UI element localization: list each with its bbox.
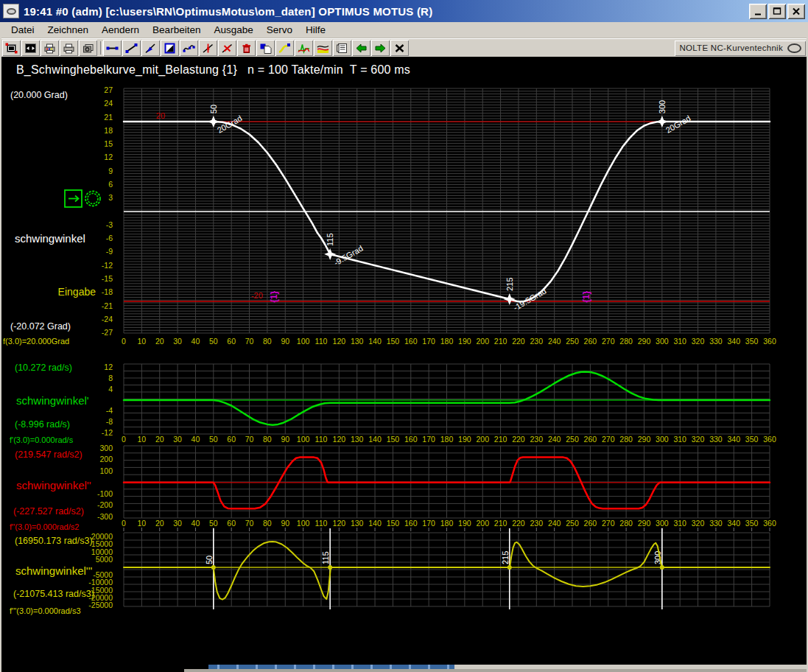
zoom-fit-button[interactable]: [21, 40, 40, 56]
svg-text:210: 210: [494, 519, 507, 528]
svg-text:100: 100: [297, 519, 310, 528]
svg-text:30: 30: [173, 435, 182, 444]
insert-point-button[interactable]: [199, 40, 217, 56]
titlebar[interactable]: 19:41 #0 (adm) [c:\users\RN\OptimusMotus…: [0, 0, 808, 22]
svg-text:110: 110: [315, 337, 328, 346]
tangent-tool-button[interactable]: [141, 40, 160, 56]
svg-text:360: 360: [763, 337, 776, 346]
background-window-border: [184, 669, 808, 672]
print-button[interactable]: [60, 40, 78, 56]
svg-text:4: 4: [108, 385, 113, 393]
minimize-button[interactable]: [749, 4, 767, 19]
menu-item-datei[interactable]: Datei: [4, 23, 41, 37]
menu-item-ausgabe[interactable]: Ausgabe: [207, 23, 259, 37]
maximize-button[interactable]: [768, 4, 786, 19]
svg-text:60: 60: [227, 519, 236, 528]
print-color-button[interactable]: [41, 40, 59, 56]
svg-text:190: 190: [458, 435, 471, 444]
svg-text:-200: -200: [97, 500, 113, 509]
svg-text:115: 115: [326, 233, 334, 246]
svg-text:280: 280: [619, 519, 633, 528]
svg-text:310: 310: [673, 435, 686, 444]
menu-bar: DateiZeichnenAendernBearbeitenAusgabeSer…: [0, 22, 808, 38]
svg-text:320: 320: [692, 519, 705, 528]
svg-text:60: 60: [227, 435, 236, 444]
svg-text:200: 200: [99, 455, 113, 463]
svg-text:21: 21: [104, 113, 113, 122]
svg-text:5000: 5000: [96, 555, 113, 564]
copy-segment-button[interactable]: [256, 40, 275, 56]
svg-text:-6: -6: [106, 234, 113, 242]
plots-svg[interactable]: 20-205020Grad115-9.5Grad215-19.5Grad3002…: [0, 57, 808, 672]
svg-text:310: 310: [673, 337, 686, 346]
svg-text:270: 270: [602, 519, 615, 528]
print-color-icon: [43, 43, 56, 54]
svg-text:200: 200: [476, 519, 489, 528]
close-button[interactable]: [787, 4, 805, 19]
svg-text:360: 360: [763, 435, 776, 444]
plot4-group: 501152153002000015000100005000-5000-1000…: [88, 528, 770, 609]
svg-text:50: 50: [209, 519, 218, 528]
svg-text:170: 170: [422, 337, 435, 346]
svg-text:50: 50: [209, 435, 218, 444]
close-diagram-button[interactable]: [390, 40, 409, 56]
delete-segment-icon: [240, 43, 253, 54]
plot-output-button[interactable]: [79, 40, 97, 56]
view-window-button[interactable]: [2, 40, 21, 56]
svg-text:70: 70: [245, 337, 254, 346]
svg-text:300: 300: [656, 435, 669, 444]
line-horizontal-button[interactable]: [103, 40, 122, 56]
svg-text:260: 260: [584, 337, 597, 346]
edit-curve-button[interactable]: [275, 40, 294, 56]
delete-segment-button[interactable]: [237, 40, 256, 56]
svg-text:190: 190: [458, 519, 471, 528]
plot1-group: 20-205020Grad115-9.5Grad215-19.5Grad3002…: [102, 85, 776, 346]
line-horizontal-icon: [106, 43, 119, 54]
svg-text:-9: -9: [106, 247, 113, 256]
svg-text:6: 6: [108, 180, 113, 189]
menu-item-hilfe[interactable]: Hilfe: [299, 23, 332, 37]
menu-item-zeichnen[interactable]: Zeichnen: [41, 23, 96, 37]
show-all-diagrams-button[interactable]: [314, 40, 332, 56]
svg-text:-25000: -25000: [88, 601, 113, 609]
nav-forward-icon: [374, 43, 387, 54]
svg-text:140: 140: [368, 435, 382, 444]
svg-text:280: 280: [619, 435, 633, 444]
menu-item-aendern[interactable]: Aendern: [95, 23, 146, 37]
svg-text:120: 120: [333, 337, 346, 346]
svg-text:70: 70: [245, 435, 254, 444]
show-report-button[interactable]: [333, 40, 351, 56]
delete-point-icon: [221, 43, 233, 54]
nav-forward-button[interactable]: [371, 40, 390, 56]
svg-text:12: 12: [104, 153, 113, 161]
show-all-diagrams-icon: [317, 43, 329, 54]
line-rising-button[interactable]: [122, 40, 141, 56]
plot-output-icon: [82, 43, 94, 54]
svg-text:300: 300: [656, 337, 669, 346]
show-diagram-button[interactable]: [295, 40, 313, 56]
svg-text:140: 140: [368, 337, 382, 346]
minimize-icon: [753, 7, 763, 16]
svg-text:-27: -27: [102, 328, 113, 337]
svg-text:130: 130: [351, 435, 364, 444]
svg-text:160: 160: [404, 435, 418, 444]
svg-text:180: 180: [440, 337, 454, 346]
svg-text:170: 170: [422, 519, 435, 528]
svg-text:150: 150: [387, 337, 400, 346]
svg-text:180: 180: [440, 519, 454, 528]
svg-text:15: 15: [104, 139, 113, 148]
svg-text:50: 50: [209, 337, 218, 346]
nav-back-button[interactable]: [352, 40, 370, 56]
menu-item-servo[interactable]: Servo: [260, 23, 299, 37]
svg-text:250: 250: [566, 337, 579, 346]
svg-text:-15: -15: [102, 274, 113, 283]
svg-text:-21: -21: [102, 301, 113, 310]
spline-points-button[interactable]: [180, 40, 198, 56]
svg-text:120: 120: [333, 519, 346, 528]
menu-item-bearbeiten[interactable]: Bearbeiten: [146, 23, 207, 37]
svg-text:180: 180: [440, 435, 454, 444]
brand-label: NOLTE NC-Kurventechnik: [679, 43, 783, 52]
delete-point-button[interactable]: [218, 40, 236, 56]
invert-area-button[interactable]: [161, 40, 179, 56]
svg-text:300: 300: [656, 519, 669, 528]
